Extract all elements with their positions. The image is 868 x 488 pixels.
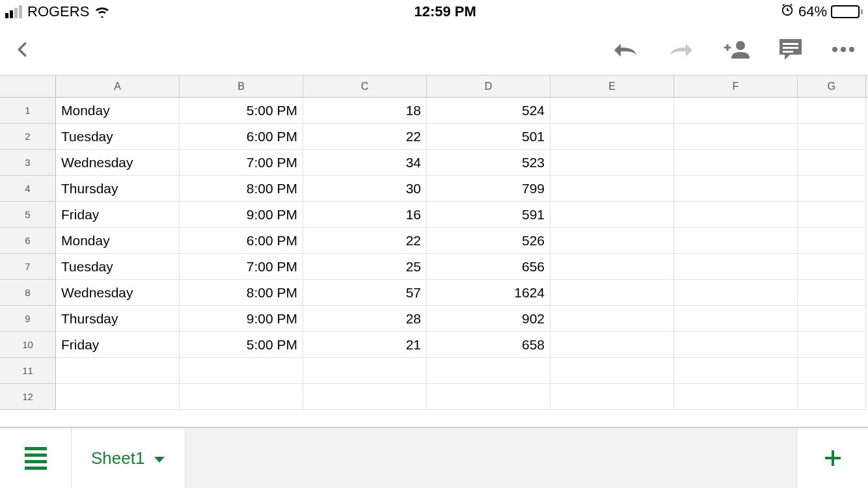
cell[interactable]: 902 [427,306,550,332]
undo-button[interactable] [612,41,639,58]
cell[interactable] [550,176,674,202]
cell[interactable]: 57 [303,280,427,306]
cell[interactable]: 25 [303,254,427,280]
cell[interactable]: 22 [303,228,427,254]
cell[interactable]: 18 [303,98,427,124]
cell[interactable]: 16 [303,202,427,228]
cell[interactable] [674,306,798,332]
cell[interactable]: 526 [427,228,550,254]
select-all-corner[interactable] [0,75,56,97]
cell[interactable] [798,332,866,358]
row-header[interactable]: 6 [0,228,56,254]
cell[interactable] [798,176,866,202]
cell[interactable] [674,98,798,124]
cell[interactable] [550,98,674,124]
cell[interactable]: 501 [427,124,550,150]
cell[interactable]: 21 [303,332,427,358]
cell[interactable] [798,98,866,124]
cell[interactable]: 656 [427,254,550,280]
add-sheet-button[interactable] [796,428,868,488]
cell[interactable] [550,150,674,176]
cell[interactable]: 7:00 PM [180,150,303,176]
row-header[interactable]: 12 [0,384,56,410]
column-header-c[interactable]: C [303,75,427,97]
cell[interactable] [798,280,866,306]
cell[interactable] [303,358,427,384]
cell[interactable] [674,358,798,384]
cell[interactable]: 5:00 PM [180,332,303,358]
cell[interactable]: Thursday [56,176,180,202]
cell[interactable] [798,358,866,384]
column-header-b[interactable]: B [180,75,303,97]
cell[interactable]: 9:00 PM [180,202,303,228]
cell[interactable] [427,384,550,410]
column-header-a[interactable]: A [56,75,180,97]
row-header[interactable]: 4 [0,176,56,202]
cell[interactable] [798,150,866,176]
cell[interactable] [550,228,674,254]
cell[interactable]: Wednesday [56,280,180,306]
cell[interactable] [180,358,303,384]
cell[interactable]: Friday [56,332,180,358]
cell[interactable] [674,384,798,410]
cell[interactable] [550,202,674,228]
cell[interactable] [674,176,798,202]
cell[interactable] [56,358,180,384]
cell[interactable] [550,254,674,280]
cell[interactable] [674,332,798,358]
cell[interactable]: 799 [427,176,550,202]
cell[interactable] [674,254,798,280]
comment-button[interactable] [778,38,803,61]
cell[interactable] [674,124,798,150]
cell[interactable] [798,384,866,410]
cell[interactable] [550,306,674,332]
row-header[interactable]: 11 [0,358,56,384]
cell[interactable]: 22 [303,124,427,150]
cell[interactable]: 524 [427,98,550,124]
cell[interactable] [303,384,427,410]
cell[interactable]: 8:00 PM [180,280,303,306]
cell[interactable]: Thursday [56,306,180,332]
cell[interactable] [798,254,866,280]
cell[interactable] [550,384,674,410]
cell[interactable]: 30 [303,176,427,202]
add-person-button[interactable] [724,39,750,60]
cell[interactable]: 28 [303,306,427,332]
cell[interactable]: 523 [427,150,550,176]
cell[interactable] [674,202,798,228]
column-header-f[interactable]: F [674,75,798,97]
sheet-tab-strip[interactable] [185,428,796,488]
cell[interactable]: Monday [56,98,180,124]
row-header[interactable]: 10 [0,332,56,358]
cell[interactable] [674,280,798,306]
column-header-d[interactable]: D [427,75,550,97]
cell[interactable] [674,228,798,254]
cell[interactable]: Tuesday [56,254,180,280]
row-header[interactable]: 9 [0,306,56,332]
cell[interactable]: 8:00 PM [180,176,303,202]
cell[interactable]: 591 [427,202,550,228]
column-header-g[interactable]: G [798,75,866,97]
row-header[interactable]: 5 [0,202,56,228]
cell[interactable]: 5:00 PM [180,98,303,124]
cell[interactable]: Monday [56,228,180,254]
row-header[interactable]: 1 [0,98,56,124]
row-header[interactable]: 8 [0,280,56,306]
redo-button[interactable] [668,41,695,58]
cell[interactable] [427,358,550,384]
spreadsheet-grid[interactable]: A B C D E F G 1Monday5:00 PM185242Tuesda… [0,75,868,410]
cell[interactable] [550,358,674,384]
more-button[interactable] [832,46,855,53]
cell[interactable]: Wednesday [56,150,180,176]
cell[interactable]: 9:00 PM [180,306,303,332]
cell[interactable] [56,384,180,410]
cell[interactable] [798,202,866,228]
cell[interactable] [550,332,674,358]
cell[interactable]: 7:00 PM [180,254,303,280]
cell[interactable] [798,306,866,332]
row-header[interactable]: 7 [0,254,56,280]
back-button[interactable] [13,36,31,62]
column-header-e[interactable]: E [550,75,674,97]
cell[interactable]: 658 [427,332,550,358]
cell[interactable]: 34 [303,150,427,176]
